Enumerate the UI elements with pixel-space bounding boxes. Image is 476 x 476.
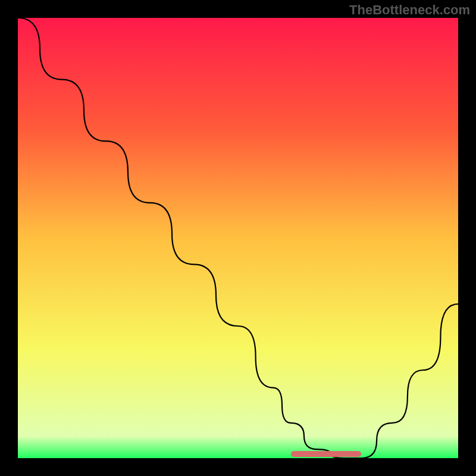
optimal-range-marker [291, 451, 361, 457]
chart-canvas [18, 18, 458, 458]
bottleneck-curve [18, 18, 458, 458]
watermark-text: TheBottleneck.com [349, 2, 470, 18]
